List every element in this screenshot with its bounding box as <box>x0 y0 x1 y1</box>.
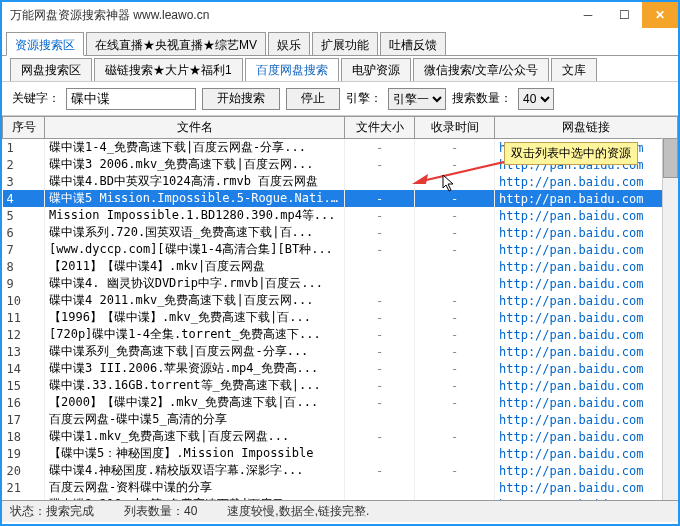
main-tab[interactable]: 在线直播★央视直播★综艺MV <box>86 32 266 55</box>
count-label: 搜索数量： <box>452 90 512 107</box>
table-row[interactable]: 20碟中谍4.神秘国度.精校版双语字幕.深影字...--http://pan.b… <box>3 462 678 479</box>
col-time[interactable]: 收录时间 <box>415 117 495 139</box>
table-row[interactable]: 14碟中谍3 III.2006.苹果资源站.mp4_免费高...--http:/… <box>3 360 678 377</box>
table-row[interactable]: 16【2000】【碟中谍2】.mkv_免费高速下载|百...--http://p… <box>3 394 678 411</box>
table-row[interactable]: 22碟中谍2 21G.mkv等_免费高速下载|百度云...--http://pa… <box>3 496 678 500</box>
col-seq[interactable]: 序号 <box>3 117 45 139</box>
table-row[interactable]: 5Mission Impossible.1.BD1280.390.mp4等...… <box>3 207 678 224</box>
minimize-button[interactable]: ─ <box>570 2 606 28</box>
engine-label: 引擎： <box>346 90 382 107</box>
vertical-scrollbar[interactable] <box>662 138 678 500</box>
table-row[interactable]: 6碟中谍系列.720.国英双语_免费高速下载|百...--http://pan.… <box>3 224 678 241</box>
sub-tabs: 网盘搜索区磁链搜索★大片★福利1百度网盘搜索电驴资源微信搜索/文章/公众号文库 <box>2 56 678 82</box>
engine-select[interactable]: 引擎一 <box>388 88 446 110</box>
main-tab[interactable]: 娱乐 <box>268 32 310 55</box>
tooltip: 双击列表中选中的资源 <box>504 142 638 165</box>
table-row[interactable]: 9碟中谍4. 幽灵协议DVDrip中字.rmvb|百度云...http://pa… <box>3 275 678 292</box>
table-row[interactable]: 11【1996】【碟中谍】.mkv_免费高速下载|百...--http://pa… <box>3 309 678 326</box>
table-row[interactable]: 4碟中谍5 Mission.Impossible.5-Rogue.Nati...… <box>3 190 678 207</box>
sub-tab[interactable]: 文库 <box>551 58 597 81</box>
table-row[interactable]: 21 百度云网盘-资料碟中谍的分享http://pan.baidu.com <box>3 479 678 496</box>
table-row[interactable]: 12[720p]碟中谍1-4全集.torrent_免费高速下...--http:… <box>3 326 678 343</box>
search-bar: 关键字： 开始搜索 停止 引擎： 引擎一 搜索数量： 40 <box>2 82 678 116</box>
col-name[interactable]: 文件名 <box>45 117 345 139</box>
sub-tab[interactable]: 电驴资源 <box>341 58 411 81</box>
keyword-label: 关键字： <box>12 90 60 107</box>
table-row[interactable]: 3碟中谍4.BD中英双字1024高清.rmvb 百度云网盘http://pan.… <box>3 173 678 190</box>
table-row[interactable]: 13碟中谍系列_免费高速下载|百度云网盘-分享...--http://pan.b… <box>3 343 678 360</box>
results-table-wrap: 序号 文件名 文件大小 收录时间 网盘链接 1碟中谍1-4_免费高速下载|百度云… <box>2 116 678 500</box>
main-tab[interactable]: 吐槽反馈 <box>380 32 446 55</box>
main-tabs: 资源搜索区在线直播★央视直播★综艺MV娱乐扩展功能吐槽反馈 <box>2 28 678 56</box>
main-tab[interactable]: 资源搜索区 <box>6 32 84 56</box>
table-row[interactable]: 15碟中谍.33.16GB.torrent等_免费高速下载|...--http:… <box>3 377 678 394</box>
col-size[interactable]: 文件大小 <box>345 117 415 139</box>
table-row[interactable]: 7[www.dyccp.com][碟中谍1-4高清合集][BT种...--htt… <box>3 241 678 258</box>
table-row[interactable]: 17 百度云网盘-碟中谍5_高清的分享http://pan.baidu.com <box>3 411 678 428</box>
stop-button[interactable]: 停止 <box>286 88 340 110</box>
sub-tab[interactable]: 磁链搜索★大片★福利1 <box>94 58 243 81</box>
main-tab[interactable]: 扩展功能 <box>312 32 378 55</box>
sub-tab[interactable]: 百度网盘搜索 <box>245 58 339 81</box>
table-row[interactable]: 18碟中谍1.mkv_免费高速下载|百度云网盘...--http://pan.b… <box>3 428 678 445</box>
sub-tab[interactable]: 网盘搜索区 <box>10 58 92 81</box>
scroll-thumb[interactable] <box>663 138 678 178</box>
sub-tab[interactable]: 微信搜索/文章/公众号 <box>413 58 550 81</box>
results-table[interactable]: 序号 文件名 文件大小 收录时间 网盘链接 1碟中谍1-4_免费高速下载|百度云… <box>2 116 678 500</box>
keyword-input[interactable] <box>66 88 196 110</box>
status-bar: 状态：搜索完成 列表数量：40 速度较慢,数据全,链接完整. <box>2 500 678 522</box>
close-button[interactable]: ✕ <box>642 2 678 28</box>
start-search-button[interactable]: 开始搜索 <box>202 88 280 110</box>
maximize-button[interactable]: ☐ <box>606 2 642 28</box>
table-row[interactable]: 8 【2011】【碟中谍4】.mkv|百度云网盘http://pan.baidu… <box>3 258 678 275</box>
table-row[interactable]: 10碟中谍4 2011.mkv_免费高速下载|百度云网...--http://p… <box>3 292 678 309</box>
count-select[interactable]: 40 <box>518 88 554 110</box>
app-title: 万能网盘资源搜索神器 www.leawo.cn <box>10 7 209 24</box>
title-bar: 万能网盘资源搜索神器 www.leawo.cn ─ ☐ ✕ <box>2 2 678 28</box>
col-link[interactable]: 网盘链接 <box>495 117 678 139</box>
table-row[interactable]: 19【碟中谍5：神秘国度】.Mission Impossiblehttp://p… <box>3 445 678 462</box>
